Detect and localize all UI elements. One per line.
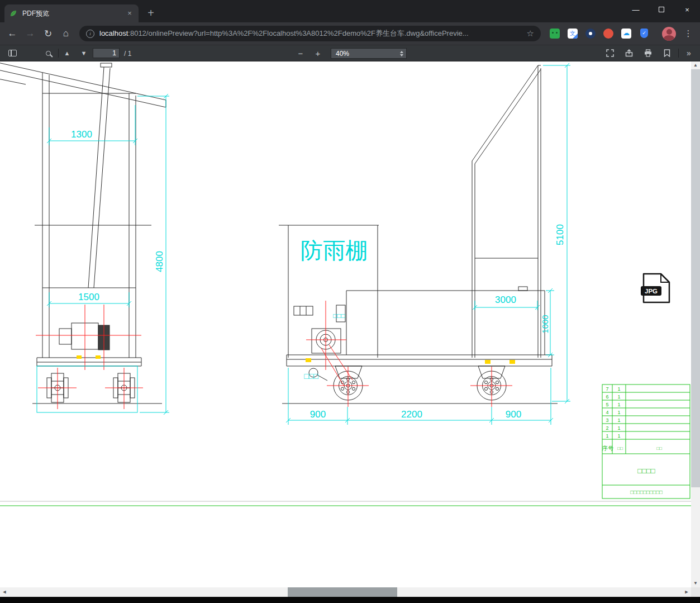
tb-row-no: 7 <box>606 386 608 392</box>
avatar-body <box>664 35 674 41</box>
back-icon[interactable]: ← <box>4 26 20 41</box>
tb-row-no: 6 <box>606 394 608 400</box>
pdf-page-viewport: 1300 4800 1500 防雨棚 5100 3000 1000 900 22… <box>0 61 700 603</box>
jpg-file-icon: JPG <box>641 274 669 302</box>
title-block <box>602 384 690 498</box>
site-info-icon[interactable]: i <box>86 30 94 38</box>
tb-row-qty: 1 <box>617 417 620 423</box>
tb-row-qty: 1 <box>617 386 620 392</box>
side-view-geometry <box>279 65 558 403</box>
open-file-icon <box>625 49 633 57</box>
avatar-head <box>666 29 672 35</box>
small-annotation-a: □□□ <box>333 312 345 320</box>
scrollbar-corner <box>691 587 700 597</box>
toolbar-separator <box>678 49 679 58</box>
url-path: :8012/onlinePreview?url=http%3A%2F%2Floc… <box>128 29 468 37</box>
reload-icon[interactable]: ↻ <box>40 26 56 41</box>
print-icon <box>644 49 652 57</box>
print-button[interactable] <box>641 45 655 61</box>
tab-close-icon[interactable]: × <box>125 9 134 18</box>
address-bar: ← → ↻ ⌂ i localhost:8012/onlinePreview?u… <box>0 22 700 45</box>
url-host: localhost <box>99 29 128 37</box>
zoom-level-value: 40% <box>336 50 349 58</box>
url-text: localhost:8012/onlinePreview?url=http%3A… <box>99 29 522 39</box>
tb-header-remark: □□ <box>656 446 662 451</box>
url-bar[interactable]: i localhost:8012/onlinePreview?url=http%… <box>79 26 541 41</box>
extension-icon-1[interactable] <box>550 29 560 39</box>
vertical-scroll-thumb[interactable] <box>691 69 700 487</box>
favicon-leaf-icon <box>9 9 18 18</box>
dim-1500-label: 1500 <box>78 292 99 302</box>
jpg-label: JPG <box>645 288 658 295</box>
tb-row-qty: 1 <box>617 410 620 415</box>
scroll-down-icon[interactable]: ▼ <box>691 580 700 587</box>
next-page-button[interactable]: ▼ <box>77 45 91 61</box>
dim-1000-label: 1000 <box>540 315 550 333</box>
open-file-button[interactable] <box>622 45 636 61</box>
dim-900-left-label: 900 <box>310 409 326 420</box>
close-button[interactable]: × <box>674 0 700 19</box>
dim-3000-label: 3000 <box>495 295 516 305</box>
dim-1300-label: 1300 <box>71 129 92 140</box>
tb-header-name: □□ <box>617 446 623 451</box>
vertical-scrollbar[interactable]: ▲ ▼ <box>691 61 700 587</box>
previous-page-button[interactable]: ▲ <box>60 45 74 61</box>
search-button[interactable] <box>41 45 55 61</box>
spinner-down-icon <box>400 54 403 56</box>
tb-row-no: 3 <box>606 417 608 423</box>
bookmark-icon <box>664 49 670 57</box>
zoom-select-spinner <box>400 51 403 56</box>
forward-icon[interactable]: → <box>22 26 38 41</box>
tb-drawing-number: □□□□□□□□□□ <box>630 489 663 495</box>
tb-row-qty: 1 <box>617 402 620 407</box>
current-view-button[interactable] <box>660 45 674 61</box>
tb-row-qty: 1 <box>617 394 620 400</box>
bookmark-star-icon[interactable]: ☆ <box>527 29 534 39</box>
extension-icon-3[interactable] <box>585 29 596 39</box>
minimize-button[interactable]: — <box>623 0 649 19</box>
tb-row-no: 1 <box>606 433 608 439</box>
horizontal-scrollbar[interactable]: ◄ ► <box>0 587 691 597</box>
search-icon <box>46 51 51 56</box>
browser-menu-icon[interactable]: ⋮ <box>683 27 694 40</box>
cad-drawing-canvas: 1300 4800 1500 防雨棚 5100 3000 1000 900 22… <box>0 61 691 587</box>
dim-4800-label: 4800 <box>154 251 165 272</box>
scroll-right-icon[interactable]: ► <box>682 587 691 597</box>
profile-avatar[interactable] <box>662 27 676 41</box>
sheet-border-lines <box>0 501 691 506</box>
dimension-labels: 1300 4800 1500 防雨棚 5100 3000 1000 900 22… <box>71 129 565 420</box>
extension-icon-5-cloud[interactable]: ☁ <box>621 29 631 39</box>
sidebar-toggle-button[interactable] <box>6 45 19 61</box>
extension-icon-2-translate[interactable]: 文 <box>568 29 578 39</box>
new-tab-button[interactable]: + <box>144 6 158 21</box>
tb-row-no: 2 <box>606 425 608 431</box>
zoom-out-button[interactable]: − <box>294 45 307 61</box>
sidebar-toggle-icon <box>8 50 17 56</box>
small-annotation-b: □□□ <box>304 372 318 381</box>
pdf-toolbar: ▲ ▼ / 1 − + 40% » <box>0 45 700 61</box>
extension-icon-4[interactable] <box>603 29 613 39</box>
maximize-icon <box>659 7 664 12</box>
scroll-up-icon[interactable]: ▲ <box>691 61 700 69</box>
scroll-left-icon[interactable]: ◄ <box>0 587 9 597</box>
more-tools-button[interactable]: » <box>683 45 695 61</box>
browser-window: { "window_controls": {"minimize": "—", "… <box>0 0 700 603</box>
spinner-up-icon <box>400 51 403 53</box>
dim-5100-label: 5100 <box>555 224 565 245</box>
home-icon[interactable]: ⌂ <box>58 26 74 41</box>
dim-2200-label: 2200 <box>401 409 422 420</box>
zoom-in-button[interactable]: + <box>312 45 324 61</box>
tb-drawing-title: □□□□ <box>637 467 655 475</box>
tab-pdf-preview[interactable]: PDF预览 × <box>4 4 139 22</box>
page-number-input[interactable] <box>93 48 120 58</box>
presentation-mode-icon <box>606 49 614 57</box>
extension-icon-6-shield[interactable]: ✓ <box>640 29 648 38</box>
maximize-button[interactable] <box>649 0 674 19</box>
zoom-select[interactable]: 40% <box>331 48 407 59</box>
horizontal-scroll-thumb[interactable] <box>288 587 397 597</box>
tb-row-qty: 1 <box>617 433 620 439</box>
front-view-geometry <box>0 62 166 403</box>
tb-row-no: 5 <box>606 402 608 407</box>
presentation-mode-button[interactable] <box>603 45 617 61</box>
page-count-label: / 1 <box>124 50 131 58</box>
